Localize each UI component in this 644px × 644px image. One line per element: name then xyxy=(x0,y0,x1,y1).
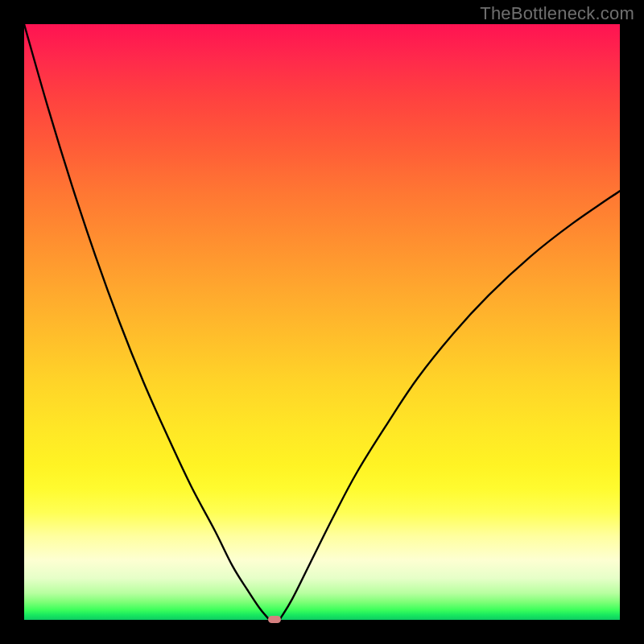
curve-left-branch xyxy=(24,24,268,619)
curve-right-branch xyxy=(280,191,620,618)
curve-layer xyxy=(24,24,620,620)
plot-area xyxy=(24,24,620,620)
bottleneck-marker xyxy=(268,616,281,623)
watermark-text: TheBottleneck.com xyxy=(480,3,634,24)
chart-frame: TheBottleneck.com xyxy=(0,0,644,644)
